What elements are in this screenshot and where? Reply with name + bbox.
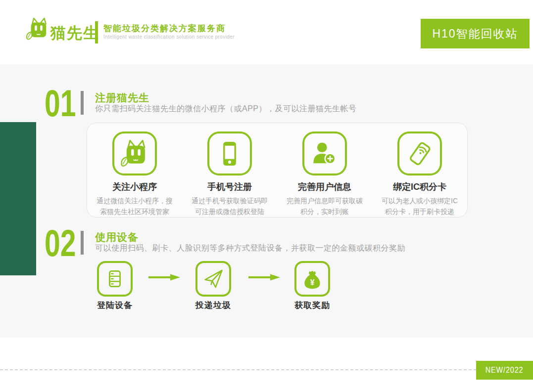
svg-text:¥: ¥ <box>310 278 315 287</box>
step-label: 投递垃圾 <box>195 300 231 311</box>
phone-icon <box>207 131 252 175</box>
section-1-divider <box>81 91 84 115</box>
section-1-number: 01 <box>45 85 87 122</box>
side-accent-block <box>0 122 36 275</box>
step-login-device: 登陆设备 <box>97 261 133 297</box>
step-drop-waste: 投递垃圾 <box>195 261 231 297</box>
ic-card-icon <box>397 131 442 175</box>
card-description: 通过手机号获取验证码即可注册或微信授权登陆 <box>189 195 270 217</box>
card-complete-profile: 完善用户信息 完善用户信息即可获取碳积分，实时到账 <box>277 123 372 217</box>
paper-plane-icon <box>195 261 231 297</box>
card-phone-register: 手机号注册 通过手机号获取验证码即可注册或微信授权登陆 <box>182 123 277 217</box>
card-description: 完善用户信息即可获取碳积分，实时到账 <box>284 195 365 217</box>
arrow-right-icon <box>148 273 181 281</box>
section-2-divider <box>81 231 84 255</box>
card-title: 绑定IC积分卡 <box>393 181 446 193</box>
section-2-number: 02 <box>45 224 87 262</box>
reward-bag-icon: ¥ <box>294 261 330 297</box>
step-label: 获取奖励 <box>294 300 330 311</box>
card-title: 完善用户信息 <box>298 181 351 193</box>
registration-cards: 关注小程序 通过微信关注小程序，搜索猫先生社区环境管家 手机号注册 通过手机号获… <box>87 123 468 218</box>
brand-divider <box>95 21 98 44</box>
arrow-right-icon <box>248 273 281 281</box>
device-login-icon <box>97 261 133 297</box>
brand-tagline-en: Intelligent waste classification solutio… <box>103 34 235 40</box>
card-bind-ic-card: 绑定IC积分卡 可以为老人或小孩绑定IC积分卡，用于刷卡投递 <box>372 123 467 217</box>
step-label: 登陆设备 <box>97 300 133 311</box>
card-description: 可以为老人或小孩绑定IC积分卡，用于刷卡投递 <box>379 195 460 217</box>
user-add-icon <box>302 131 347 175</box>
section-1-title: 注册猫先生 <box>95 91 149 105</box>
new-year-badge: NEW/2022 <box>476 361 533 380</box>
card-title: 关注小程序 <box>112 181 157 193</box>
card-description: 通过微信关注小程序，搜索猫先生社区环境管家 <box>94 195 175 217</box>
section-2-description: 可以使用扫码、刷卡、人脸识别等多种方式登陆设备，并获取一定的金额或碳积分奖励 <box>95 243 405 254</box>
brand-name: 猫先生 <box>50 23 99 44</box>
card-follow-mini-program: 关注小程序 通过微信关注小程序，搜索猫先生社区环境管家 <box>87 123 182 217</box>
poster-page: 猫先生 智能垃圾分类解决方案服务商 Intelligent waste clas… <box>0 0 533 392</box>
product-button[interactable]: H10智能回收站 <box>421 19 530 48</box>
section-2-title: 使用设备 <box>95 230 139 244</box>
step-get-reward: ¥ 获取奖励 <box>294 261 330 297</box>
footer-dashed-divider <box>0 369 477 370</box>
cat-mini-program-icon <box>112 131 157 175</box>
cat-logo-icon <box>26 17 49 42</box>
section-1-description: 你只需扫码关注猫先生的微信小程序（或APP），及可以注册猫先生帐号 <box>95 104 357 114</box>
card-title: 手机号注册 <box>207 181 252 193</box>
brand-tagline: 智能垃圾分类解决方案服务商 <box>103 23 226 34</box>
